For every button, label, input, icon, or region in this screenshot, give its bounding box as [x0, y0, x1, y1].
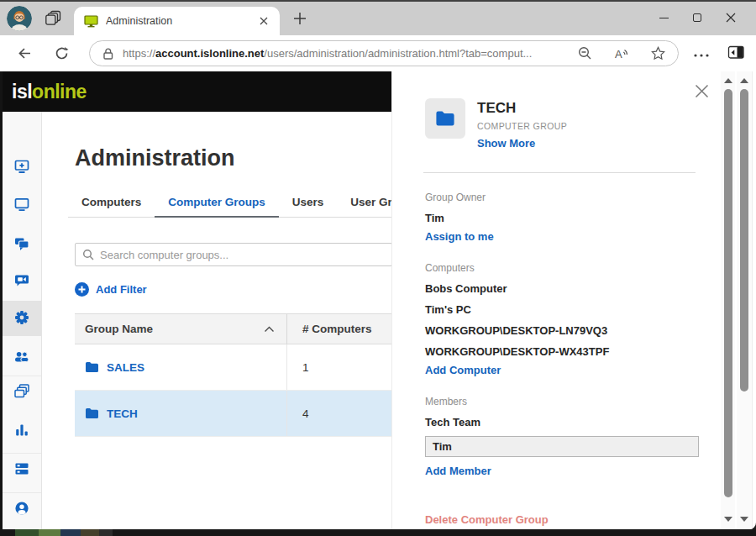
page-viewport: islonline	[3, 71, 756, 529]
search-input[interactable]	[100, 249, 385, 261]
address-bar-actions: A	[577, 45, 666, 61]
maximize-icon	[693, 13, 701, 22]
browser-urlbar: https://account.islonline.net/users/admi…	[0, 35, 756, 71]
browser-tab[interactable]: Administration	[74, 7, 280, 35]
sidebar-item-storage[interactable]	[14, 461, 29, 476]
favorites-star-icon[interactable]	[650, 45, 666, 61]
assign-to-me-link[interactable]: Assign to me	[425, 230, 494, 243]
app-header: islonline	[3, 71, 391, 112]
read-aloud-icon[interactable]: A	[613, 46, 630, 61]
scrollbar-thumb[interactable]	[724, 89, 732, 497]
members-label: Members	[425, 396, 697, 407]
computer-item: Bobs Computer	[425, 282, 697, 295]
refresh-button[interactable]	[53, 45, 71, 62]
table-row-tech[interactable]: TECH 4	[75, 391, 392, 437]
folder-icon	[435, 110, 455, 127]
sidebar-item-video-call[interactable]	[14, 272, 29, 287]
lock-icon	[102, 47, 114, 60]
minimize-button[interactable]	[647, 5, 680, 30]
tab-close-icon[interactable]	[256, 13, 271, 29]
scroll-down-icon[interactable]	[740, 517, 748, 522]
computer-item: WORKGROUP\DESKTOP-LN79VQ3	[425, 324, 697, 337]
table-header: Group Name # Computers	[75, 313, 392, 344]
address-bar[interactable]: https://account.islonline.net/users/admi…	[89, 40, 679, 66]
show-more-link[interactable]: Show More	[477, 137, 535, 150]
sidebar-item-add-computer[interactable]	[14, 159, 29, 174]
sidebar-item-settings[interactable]	[14, 310, 29, 325]
bar-chart-icon	[14, 423, 29, 438]
new-tab-button[interactable]	[291, 10, 308, 27]
app-sidebar	[3, 112, 42, 529]
chat-bubbles-icon	[14, 236, 29, 251]
sort-asc-icon	[264, 326, 275, 333]
panel-title: TECH	[477, 100, 567, 117]
close-icon	[726, 13, 736, 23]
page-scrollbar[interactable]	[737, 71, 753, 529]
column-num-computers[interactable]: # Computers	[286, 314, 392, 344]
panel-scrollbar[interactable]	[721, 71, 735, 529]
main-content: Administration Computers Computer Groups…	[43, 112, 404, 529]
sidebar-item-sessions[interactable]	[14, 384, 29, 399]
sidebar-panel-icon[interactable]	[727, 45, 745, 64]
table-row-sales[interactable]: SALES 1	[75, 344, 392, 391]
scroll-up-icon[interactable]	[740, 78, 748, 83]
group-owner-label: Group Owner	[425, 192, 697, 203]
group-name-cell: SALES	[75, 344, 286, 390]
sidebar-item-users[interactable]	[14, 349, 29, 365]
tab-title: Administration	[106, 15, 256, 27]
back-button[interactable]	[16, 45, 34, 62]
maximize-button[interactable]	[680, 5, 714, 30]
users-icon	[14, 349, 29, 365]
computer-item: WORKGROUP\DESKTOP-WX43TPF	[425, 345, 697, 358]
sidebar-item-reports[interactable]	[14, 423, 29, 438]
more-menu-icon[interactable]	[692, 47, 711, 62]
member-item-highlighted[interactable]: Tim	[425, 436, 699, 457]
add-filter-button[interactable]: Add Filter	[75, 282, 147, 297]
panel-close-icon[interactable]	[695, 84, 710, 99]
gear-icon	[14, 310, 29, 325]
url-protocol: https://	[123, 47, 155, 60]
group-count-cell: 4	[286, 391, 392, 436]
group-tile	[425, 98, 465, 139]
url-host: account.islonline.net	[155, 47, 264, 60]
delete-computer-group-link[interactable]: Delete Computer Group	[425, 513, 549, 526]
close-button[interactable]	[714, 5, 748, 30]
group-name-cell: TECH	[75, 391, 286, 436]
group-name-link[interactable]: TECH	[107, 407, 138, 420]
section-computers: Computers Bobs Computer Tim's PC WORKGRO…	[425, 262, 697, 377]
add-member-link[interactable]: Add Member	[425, 465, 491, 477]
tab-computer-groups[interactable]: Computer Groups	[155, 196, 279, 218]
tab-users[interactable]: Users	[279, 196, 338, 217]
group-count-cell: 1	[286, 344, 392, 390]
panel-divider	[423, 172, 696, 173]
sidebar-item-computers[interactable]	[14, 197, 29, 212]
workspaces-icon[interactable]	[45, 9, 62, 30]
panel-subtitle: COMPUTER GROUP	[477, 121, 567, 131]
section-members: Members Tech Team Tim Add Member	[425, 396, 697, 478]
islonline-logo: islonline	[12, 81, 87, 103]
computer-item: Tim's PC	[425, 303, 697, 316]
add-computer-link[interactable]: Add Computer	[425, 364, 501, 376]
column-group-name[interactable]: Group Name	[75, 323, 286, 335]
tab-bar: Computers Computer Groups Users User Gro…	[68, 196, 404, 218]
scroll-up-icon[interactable]	[724, 78, 732, 83]
sidebar-item-chat[interactable]	[14, 236, 29, 251]
browser-titlebar: Administration	[0, 0, 756, 35]
video-call-icon	[14, 272, 29, 287]
group-name-link[interactable]: SALES	[107, 361, 144, 374]
scroll-down-icon[interactable]	[724, 517, 732, 522]
avatar-image	[7, 6, 32, 31]
tab-computers[interactable]: Computers	[68, 196, 155, 217]
zoom-out-icon[interactable]	[577, 45, 593, 61]
folder-icon	[85, 361, 99, 373]
profile-avatar[interactable]	[7, 6, 32, 31]
window-controls	[647, 5, 748, 30]
scrollbar-thumb[interactable]	[740, 89, 748, 391]
search-box	[75, 243, 392, 266]
sidebar-item-account[interactable]	[14, 501, 29, 516]
desktop-edge-bottom	[0, 529, 756, 536]
computers-label: Computers	[425, 262, 697, 274]
folder-icon	[85, 407, 99, 419]
tab-favicon	[84, 15, 98, 28]
detail-panel: TECH COMPUTER GROUP Show More Group Owne…	[391, 71, 721, 529]
